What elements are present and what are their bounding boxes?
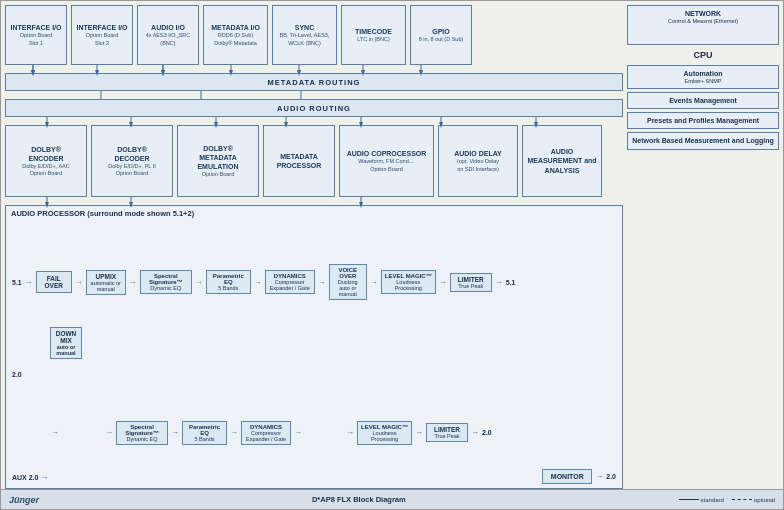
peq2-box: Parametric EQ 5 Bands [182,421,227,445]
failover-box: FAIL OVER [36,271,72,293]
logo: Jünger [9,495,39,505]
label-20-mon: 2.0 [606,473,616,480]
label-20-in-area: 2.0 [12,371,22,378]
arrow-b8: → [471,428,479,437]
audio-measurement-block: AUDIO MEASUREMENT and ANALYSIS [522,125,602,197]
ap-top-row: 5.1 → FAIL OVER → UPMIX automatic or man… [12,224,616,340]
main-container: INTERFACE I/O Option Board Slot 1 INTERF… [0,0,784,510]
audio-processor-title: AUDIO PROCESSOR (surround mode shown 5.1… [6,206,622,218]
gpio-block: GPIO 8 in, 8 out (D Sub) [410,5,472,65]
middle-blocks-row: DOLBY® ENCODER Dolby E/D/D+, AAC Option … [5,125,623,197]
arrow-b7: → [415,428,423,437]
dolby-metadata-block: DOLBY® METADATA EMULATION Option Board [177,125,259,197]
arrow-b3: → [171,428,179,437]
cpu-label: CPU [627,48,779,62]
legend-area: standard optional [679,497,775,503]
sync-block: SYNC BB, Tri-Level, AES3, WCLK (BNC) [272,5,337,65]
arrow-b2: → [105,428,113,437]
level-magic2-box: LEVEL MAGIC™ Loudness Processing [357,421,412,445]
ap-bottom-row: → → Spectral Signature™ Dynamic EQ → Par… [12,384,616,482]
spectral1-box: Spectral Signature™ Dynamic EQ [140,270,192,294]
audio-io-block: AUDIO I/O 4x AES3 I/O_SRC (BNC) [137,5,199,65]
label-51-out: 5.1 [506,279,516,286]
network-block: NETWORK Control & Measmt (Ethernet) [627,5,779,45]
audio-processor-section: AUDIO PROCESSOR (surround mode shown 5.1… [5,205,623,489]
interface1-block: INTERFACE I/O Option Board Slot 1 [5,5,67,65]
right-sidebar: NETWORK Control & Measmt (Ethernet) CPU … [627,5,779,489]
arrow-2: → [75,278,83,287]
arrow-5: → [254,278,262,287]
legend-standard: standard [679,497,724,503]
metadata-routing-banner: METADATA ROUTING [5,73,623,91]
dolby-decoder-block: DOLBY® DECODER Dolby E/D/D+, PL II Optio… [91,125,173,197]
arrow-4: → [195,278,203,287]
label-20-out: 2.0 [482,429,492,436]
arrow-8: → [439,278,447,287]
interface2-block: INTERFACE I/O Option Board Slot 2 [71,5,133,65]
monitor-area: MONITOR → 2.0 [542,469,616,484]
arrow-b5: → [294,428,302,437]
automation-block: Automation Ember+ SNMP [627,65,779,89]
level-magic1-box: LEVEL MAGIC™ Loudness Processing [381,270,436,294]
upmix-box: UPMIX automatic or manual [86,270,126,295]
aux-label-area: AUX 2.0 → [12,473,48,482]
top-blocks-row: INTERFACE I/O Option Board Slot 1 INTERF… [5,5,623,65]
bottom-bar: Jünger D*AP8 FLX Block Diagram standard … [1,489,783,509]
arrow-b6: → [346,428,354,437]
limiter2-box: LIMITER True Peak [426,423,468,442]
downmix-box: DOWN MIX auto or manual [50,327,82,359]
arrow-mon: → [595,472,603,481]
legend-standard-line [679,499,699,500]
arrow-b1: → [51,428,59,437]
metadata-io-block: METADATA I/O RDD6 (D Sub) Dolby® Metadat… [203,5,268,65]
audio-delay-block: AUDIO DELAY (opt. Video Delay on SDI Int… [438,125,518,197]
metadata-processor-block: METADATA PROCESSOR [263,125,335,197]
dolby-encoder-block: DOLBY® ENCODER Dolby E/D/D+, AAC Option … [5,125,87,197]
label-20-in: 2.0 [12,371,22,378]
arrow-1: → [25,278,33,287]
dynamics1-box: DYNAMICS Compressor Expander / Gate [265,270,315,294]
legend-optional-line [732,499,752,500]
presets-block: Presets and Profiles Management [627,112,779,129]
network-logging-block: Network Based Measurement and Logging [627,132,779,149]
arrow-b4: → [230,428,238,437]
arrow-3: → [129,278,137,287]
ap-rows-container: 5.1 → FAIL OVER → UPMIX automatic or man… [12,224,616,482]
legend-optional: optional [732,497,775,503]
spectral2-box: Spectral Signature™ Dynamic EQ [116,421,168,445]
voiceover-box: VOICE OVER Ducking auto or manual [329,264,367,300]
audio-coprocessor-block: AUDIO COPROCESSOR Waveform, FM Cond.... … [339,125,434,197]
audio-routing-banner: AUDIO ROUTING [5,99,623,117]
downmix-area: DOWN MIX auto or manual [50,327,82,359]
timecode-block: TIMECODE LTC in (BNC) [341,5,406,65]
aux-arrow: → [40,473,48,482]
arrow-7: → [370,278,378,287]
diagram-title: D*AP8 FLX Block Diagram [312,495,406,504]
label-51-in: 5.1 [12,279,22,286]
arrow-9: → [495,278,503,287]
arrow-6: → [318,278,326,287]
aux-label: AUX 2.0 [12,474,38,481]
limiter1-box: LIMITER True Peak [450,273,492,292]
events-block: Events Management [627,92,779,109]
monitor-box: MONITOR [542,469,592,484]
peq1-box: Parametric EQ 5 Bands [206,270,251,294]
dynamics2-box: DYNAMICS Compressor Expander / Gate [241,421,291,445]
